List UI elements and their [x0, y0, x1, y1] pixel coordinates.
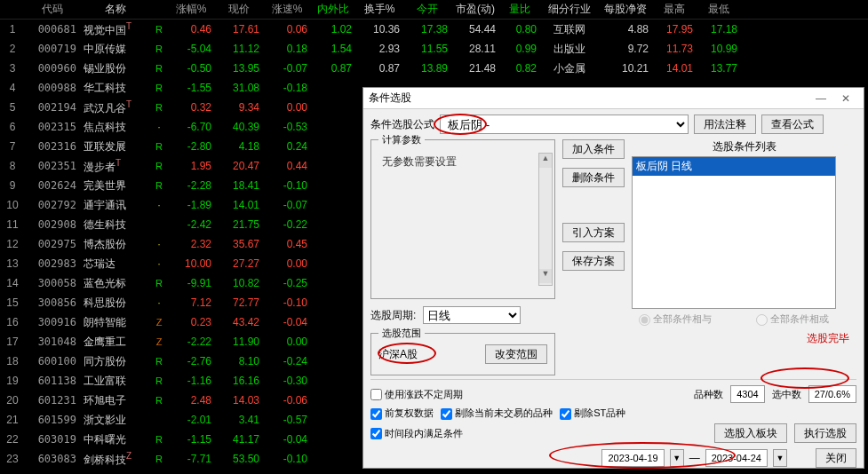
table-row[interactable]: 1000681视觉中国TR0.4617.610.061.0210.3617.38…	[0, 20, 868, 39]
hdr-price[interactable]: 现价	[215, 2, 263, 17]
delete-condition-button[interactable]: 删除条件	[562, 168, 625, 187]
change-scope-button[interactable]: 改变范围	[485, 344, 547, 364]
add-condition-button[interactable]: 加入条件	[562, 139, 625, 159]
hdr-nav[interactable]: 每股净资	[599, 2, 652, 17]
radio-or[interactable]	[756, 314, 768, 326]
date-from[interactable]: 2023-04-19	[601, 449, 664, 467]
to-block-button[interactable]: 选股入板块	[714, 423, 787, 443]
condition-list-item[interactable]: 板后阴 日线	[633, 157, 835, 176]
param-scrollbar[interactable]: ▲▼	[538, 153, 553, 286]
save-scheme-button[interactable]: 保存方案	[562, 251, 625, 271]
period-select[interactable]: 日线	[423, 306, 521, 324]
date-to[interactable]: 2023-04-24	[705, 449, 768, 467]
remove-nontrade-checkbox[interactable]	[441, 408, 452, 420]
radio-or-label: 全部条件相或	[756, 312, 829, 326]
hit-label: 选中数	[772, 388, 801, 401]
minimize-icon[interactable]: —	[808, 92, 833, 105]
dialog-titlebar[interactable]: 条件选股 — ✕	[363, 88, 864, 109]
date-from-dropdown-icon[interactable]: ▼	[670, 449, 684, 467]
usage-button[interactable]: 用法注释	[694, 115, 756, 134]
stock-count-label: 品种数	[694, 388, 723, 401]
hdr-speed[interactable]: 涨速%	[263, 2, 311, 17]
scope-title: 选股范围	[378, 327, 425, 340]
remove-st-checkbox[interactable]	[560, 408, 571, 420]
hdr-ratio[interactable]: 内外比	[311, 2, 355, 17]
param-panel-title: 计算参数	[378, 133, 425, 146]
table-row[interactable]: 2000719中原传媒R-5.0411.120.181.542.9311.552…	[0, 39, 868, 59]
condition-select-dialog: 条件选股 — ✕ 条件选股公式 板后阴 - 用法注释 查看公式 计算参数 无参数…	[362, 87, 864, 469]
scope-panel: 选股范围 沪深A股 改变范围	[370, 333, 555, 375]
close-icon[interactable]: ✕	[833, 92, 858, 105]
stock-count-value: 4304	[730, 385, 764, 403]
timerange-label: 时间段内满足条件	[370, 427, 463, 440]
hdr-code[interactable]: 代码	[25, 2, 80, 17]
dialog-title-text: 条件选股	[369, 91, 808, 106]
hdr-name[interactable]: 名称	[80, 2, 151, 17]
table-header: 代码 名称 涨幅% 现价 涨速% 内外比 换手% 今开 市盈(动) 量比 细分行…	[0, 0, 868, 20]
preadj-label: 前复权数据	[370, 407, 434, 420]
hdr-pe[interactable]: 市盈(动)	[451, 2, 499, 17]
hit-value: 27/0.6%	[808, 385, 856, 403]
hdr-open[interactable]: 今开	[403, 2, 451, 17]
hdr-high[interactable]: 最高	[652, 2, 697, 17]
select-done-text: 选股完毕	[807, 331, 849, 346]
date-to-dropdown-icon[interactable]: ▼	[773, 449, 787, 467]
hdr-turn[interactable]: 换手%	[355, 2, 403, 17]
close-button[interactable]: 关闭	[816, 448, 856, 468]
cond-list-title: 选股条件列表	[632, 139, 856, 154]
var-period-checkbox[interactable]	[370, 389, 382, 400]
param-panel: 计算参数 无参数需要设置 ▲▼	[370, 139, 555, 299]
period-label: 选股周期:	[370, 308, 416, 323]
import-scheme-button[interactable]: 引入方案	[562, 223, 625, 242]
hdr-vr[interactable]: 量比	[499, 2, 540, 17]
scope-value: 沪深A股	[378, 347, 418, 362]
hdr-low[interactable]: 最低	[697, 2, 741, 17]
remove-nontrade-label: 剔除当前未交易的品种	[441, 407, 553, 420]
param-empty-text: 无参数需要设置	[377, 146, 549, 178]
remove-st-label: 剔除ST品种	[560, 407, 625, 420]
radio-and-label: 全部条件相与	[639, 312, 712, 326]
table-row[interactable]: 3000960锡业股份R-0.5013.95-0.070.870.8713.89…	[0, 59, 868, 78]
formula-select[interactable]: 板后阴 -	[440, 115, 689, 134]
radio-and[interactable]	[639, 314, 650, 326]
formula-label: 条件选股公式	[370, 117, 434, 132]
view-formula-button[interactable]: 查看公式	[761, 115, 824, 134]
preadj-checkbox[interactable]	[370, 408, 382, 420]
run-select-button[interactable]: 执行选股	[794, 423, 856, 443]
hdr-ind[interactable]: 细分行业	[540, 2, 599, 17]
timerange-checkbox[interactable]	[370, 428, 382, 439]
condition-listbox[interactable]: 板后阴 日线	[632, 156, 836, 309]
hdr-pct[interactable]: 涨幅%	[167, 2, 215, 17]
var-period-label: 使用涨跌不定周期	[370, 388, 463, 401]
